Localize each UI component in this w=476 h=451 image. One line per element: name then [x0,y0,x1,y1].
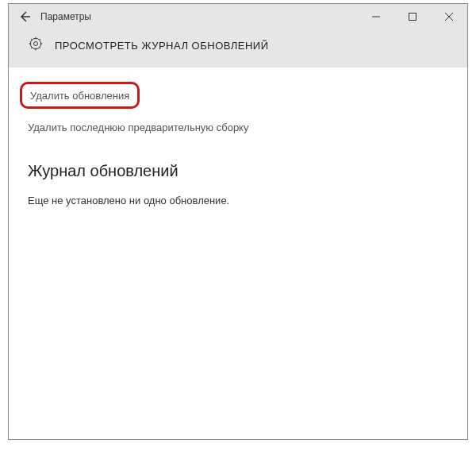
gear-icon [28,36,44,55]
svg-rect-1 [409,13,416,21]
titlebar: Параметры [9,4,467,29]
settings-window: Параметры [8,3,468,440]
no-updates-status: Еще не установлено ни одно обновление. [28,195,448,206]
content-area: Удалить обновления Удалить последнюю пре… [9,67,467,221]
close-button[interactable] [431,4,467,29]
page-title: ПРОСМОТРЕТЬ ЖУРНАЛ ОБНОВЛЕНИЙ [55,40,269,52]
maximize-button[interactable] [394,4,431,29]
arrow-left-icon [18,10,31,23]
svg-point-4 [34,42,38,46]
minimize-button[interactable] [358,4,394,29]
maximize-icon [409,13,416,21]
update-history-heading: Журнал обновлений [28,162,448,180]
remove-preview-build-link[interactable]: Удалить последнюю предварительную сборку [28,121,248,133]
window-title: Параметры [40,11,91,22]
page-header: ПРОСМОТРЕТЬ ЖУРНАЛ ОБНОВЛЕНИЙ [9,29,467,67]
svg-point-5 [30,38,40,48]
window-controls [358,4,467,29]
close-icon [445,13,453,21]
uninstall-updates-link[interactable]: Удалить обновления [30,90,129,102]
back-button[interactable] [15,7,34,26]
highlight-annotation: Удалить обновления [20,82,140,109]
minimize-icon [372,13,380,21]
